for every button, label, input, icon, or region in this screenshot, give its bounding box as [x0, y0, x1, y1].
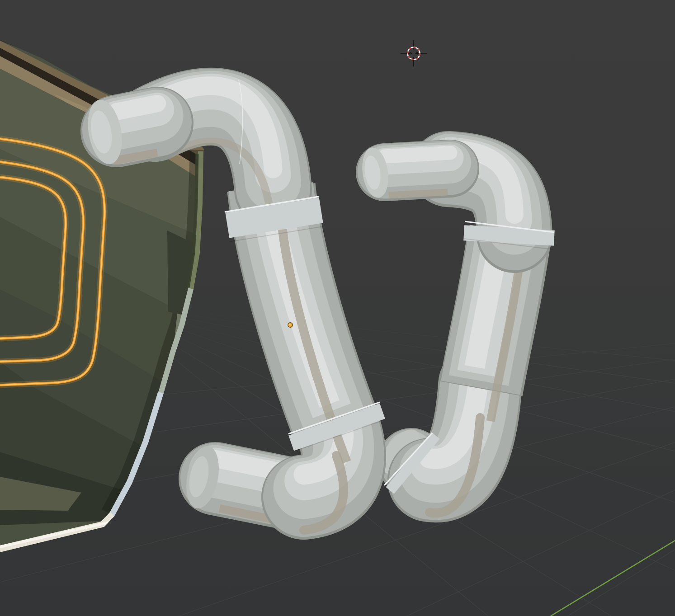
cursor-3d — [401, 40, 427, 66]
blender-3d-viewport[interactable] — [0, 0, 675, 616]
viewport-canvas[interactable] — [0, 0, 675, 616]
object-origin-point[interactable] — [288, 323, 293, 327]
axis-line-y — [551, 541, 675, 616]
large-pipe-top-arm — [83, 97, 157, 167]
pipe-handle-small[interactable] — [359, 144, 554, 513]
small-pipe-top-arm — [359, 146, 450, 200]
origin-point-highlight — [289, 324, 290, 325]
